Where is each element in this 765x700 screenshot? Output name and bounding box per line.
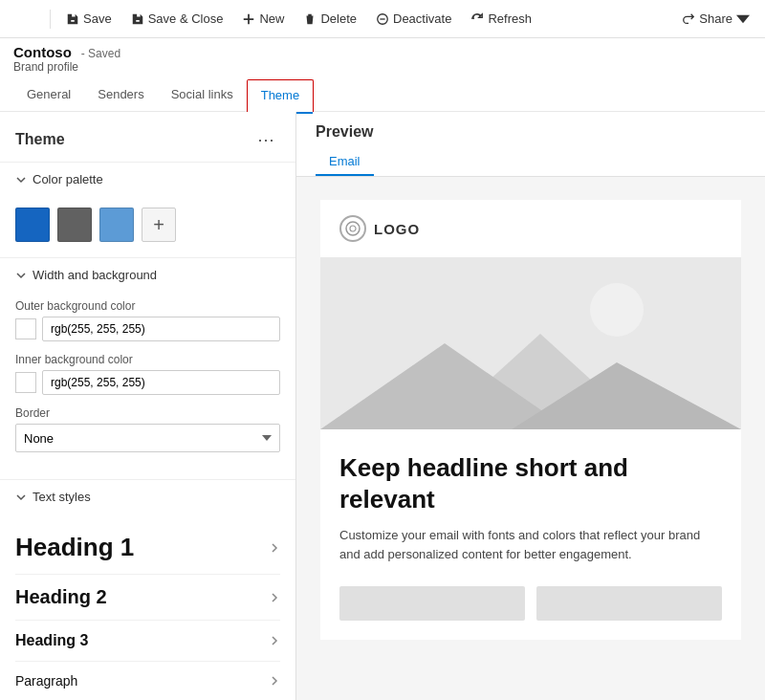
app-header: Contoso - Saved Brand profile General Se… bbox=[0, 38, 765, 112]
svg-point-1 bbox=[346, 222, 360, 235]
chevron-right-icon-2 bbox=[269, 592, 280, 603]
app-name: Contoso bbox=[13, 44, 72, 60]
color-palette-section: Color palette + bbox=[0, 162, 295, 257]
paragraph-label: Paragraph bbox=[15, 673, 77, 689]
preview-tab-email[interactable]: Email bbox=[316, 148, 374, 176]
outer-bg-color-box[interactable] bbox=[15, 318, 36, 339]
chevron-down-icon bbox=[15, 174, 27, 186]
chevron-right-icon-4 bbox=[269, 675, 280, 687]
forward-button[interactable] bbox=[27, 15, 42, 23]
border-select[interactable]: None Thin Medium Thick bbox=[15, 424, 280, 452]
email-headline: Keep headline short and relevant bbox=[339, 452, 722, 514]
saved-status: - Saved bbox=[81, 47, 120, 60]
tab-social-links[interactable]: Social links bbox=[158, 79, 247, 111]
email-button-2 bbox=[536, 586, 722, 621]
inner-bg-input[interactable] bbox=[42, 370, 280, 395]
heading2-item[interactable]: Heading 2 bbox=[15, 575, 280, 621]
preview-content: LOGO bbox=[296, 177, 765, 663]
heading1-item[interactable]: Heading 1 bbox=[15, 521, 280, 575]
save-close-button[interactable]: Save & Close bbox=[123, 8, 231, 30]
paragraph-item[interactable]: Paragraph bbox=[15, 662, 280, 700]
inner-bg-label: Inner background color bbox=[15, 353, 280, 366]
inner-bg-field: Inner background color bbox=[15, 353, 280, 395]
app-subtitle: Brand profile bbox=[13, 60, 752, 74]
email-buttons bbox=[320, 586, 741, 640]
camera-icon bbox=[344, 220, 361, 237]
text-styles-label: Text styles bbox=[33, 490, 91, 504]
panel-header: Theme ⋯ bbox=[0, 112, 295, 162]
deactivate-button[interactable]: Deactivate bbox=[368, 8, 459, 30]
inner-bg-row bbox=[15, 370, 280, 395]
left-panel: Theme ⋯ Color palette + bbox=[0, 112, 296, 700]
color-palette-content: + bbox=[0, 196, 295, 257]
chevron-right-icon-3 bbox=[269, 635, 280, 646]
logo-icon bbox=[339, 215, 366, 242]
add-swatch-button[interactable]: + bbox=[142, 208, 176, 242]
tab-senders[interactable]: Senders bbox=[84, 79, 157, 111]
chevron-down-icon-2 bbox=[15, 270, 27, 281]
color-swatches: + bbox=[15, 208, 280, 242]
svg-point-2 bbox=[350, 226, 356, 231]
outer-bg-row bbox=[15, 317, 280, 341]
text-styles-section: Text styles Heading 1 Heading 2 Heading … bbox=[0, 479, 295, 700]
swatch-gray[interactable] bbox=[57, 208, 92, 242]
heading3-item[interactable]: Heading 3 bbox=[15, 621, 280, 662]
preview-title: Preview bbox=[316, 123, 746, 141]
preview-header: Preview Email bbox=[296, 112, 765, 177]
width-background-header[interactable]: Width and background bbox=[0, 258, 295, 292]
swatch-blue[interactable] bbox=[15, 208, 50, 242]
border-field: Border None Thin Medium Thick bbox=[15, 406, 280, 452]
heading2-label: Heading 2 bbox=[15, 586, 107, 608]
back-button[interactable] bbox=[8, 15, 23, 23]
right-panel: Preview Email LOGO bbox=[296, 112, 765, 700]
delete-button[interactable]: Delete bbox=[295, 8, 364, 30]
tab-theme[interactable]: Theme bbox=[247, 79, 314, 112]
tab-general[interactable]: General bbox=[13, 79, 84, 111]
color-palette-header[interactable]: Color palette bbox=[0, 163, 295, 196]
main-content: Theme ⋯ Color palette + bbox=[0, 112, 765, 700]
tab-bar: General Senders Social links Theme bbox=[13, 79, 752, 111]
swatch-lightblue[interactable] bbox=[99, 208, 134, 242]
email-body-text: Customize your email with fonts and colo… bbox=[339, 526, 722, 563]
separator bbox=[50, 10, 51, 29]
text-styles-header[interactable]: Text styles bbox=[0, 480, 295, 514]
more-options-button[interactable]: ⋯ bbox=[251, 127, 280, 152]
svg-point-4 bbox=[590, 283, 644, 337]
panel-title: Theme bbox=[15, 131, 65, 148]
new-button[interactable]: New bbox=[234, 8, 292, 30]
chevron-down-icon-3 bbox=[15, 492, 27, 503]
outer-bg-input[interactable] bbox=[42, 317, 280, 341]
heading1-label: Heading 1 bbox=[15, 533, 134, 562]
color-palette-label: Color palette bbox=[33, 172, 103, 186]
outer-bg-field: Outer background color bbox=[15, 299, 280, 341]
hero-image bbox=[320, 257, 741, 429]
hero-illustration bbox=[320, 257, 741, 429]
toolbar: Save Save & Close New Delete Deactivate … bbox=[0, 0, 765, 38]
share-button[interactable]: Share bbox=[674, 8, 757, 30]
email-preview: LOGO bbox=[320, 200, 741, 640]
heading3-label: Heading 3 bbox=[15, 632, 88, 649]
text-styles-content: Heading 1 Heading 2 Heading 3 bbox=[0, 514, 295, 700]
logo-area: LOGO bbox=[320, 200, 741, 257]
inner-bg-color-box[interactable] bbox=[15, 372, 36, 393]
width-background-section: Width and background Outer background co… bbox=[0, 257, 295, 479]
email-body: Keep headline short and relevant Customi… bbox=[320, 429, 741, 586]
preview-tab-bar: Email bbox=[316, 148, 746, 176]
chevron-right-icon bbox=[269, 542, 280, 554]
refresh-button[interactable]: Refresh bbox=[463, 8, 539, 30]
border-label: Border bbox=[15, 406, 280, 420]
outer-bg-label: Outer background color bbox=[15, 299, 280, 313]
save-button[interactable]: Save bbox=[58, 8, 120, 30]
width-background-content: Outer background color Inner background … bbox=[0, 292, 295, 479]
email-button-1 bbox=[339, 586, 525, 621]
width-background-label: Width and background bbox=[33, 268, 157, 282]
logo-text: LOGO bbox=[374, 221, 420, 237]
